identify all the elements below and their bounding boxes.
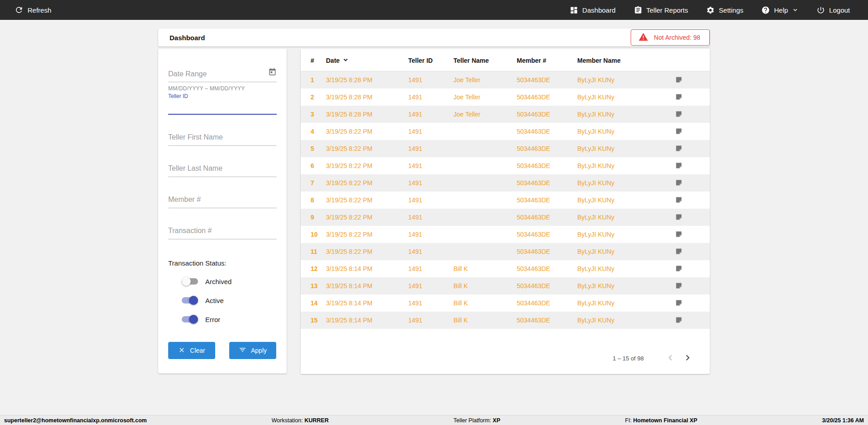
member-number-input[interactable] <box>168 196 277 204</box>
col-header-member-name[interactable]: Member Name <box>574 49 671 71</box>
error-switch[interactable] <box>182 315 198 324</box>
table-row[interactable]: 113/19/25 8:22 PM14915034463DEByLyJI KUN… <box>301 243 710 260</box>
sort-descending-icon <box>342 56 349 65</box>
cell-note[interactable] <box>671 140 710 157</box>
nav-teller-reports[interactable]: Teller Reports <box>634 6 689 14</box>
cell-teller-id: 1491 <box>405 157 450 174</box>
table-row[interactable]: 133/19/25 8:14 PM1491Bill K5034463DEByLy… <box>301 277 710 294</box>
cell-member-name: ByLyJI KUNy <box>574 140 671 157</box>
nav-logout[interactable]: Logout <box>816 6 850 14</box>
nav-dashboard[interactable]: Dashboard <box>570 6 615 14</box>
toggle-active[interactable]: Active <box>182 296 277 305</box>
table-row[interactable]: 93/19/25 8:22 PM14915034463DEByLyJI KUNy <box>301 209 710 226</box>
cell-note[interactable] <box>671 312 710 329</box>
member-number-field[interactable] <box>168 196 277 208</box>
note-icon[interactable] <box>675 179 706 187</box>
teller-first-name-field[interactable] <box>168 133 277 146</box>
cell-note[interactable] <box>671 106 710 123</box>
refresh-button[interactable]: Refresh <box>14 5 52 14</box>
teller-last-name-field[interactable] <box>168 164 277 177</box>
table-row[interactable]: 123/19/25 8:14 PM1491Bill K5034463DEByLy… <box>301 260 710 277</box>
table-row[interactable]: 83/19/25 8:22 PM14915034463DEByLyJI KUNy <box>301 191 710 209</box>
nav-settings[interactable]: Settings <box>706 6 743 14</box>
col-header-teller-name[interactable]: Teller Name <box>450 49 513 71</box>
date-range-input[interactable] <box>168 70 268 78</box>
calendar-icon[interactable] <box>268 68 277 78</box>
transactions-table-card: # Date Teller ID Teller Name Member # Me… <box>301 49 710 374</box>
note-icon[interactable] <box>675 265 706 272</box>
col-header-date[interactable]: Date <box>322 49 405 71</box>
note-icon[interactable] <box>675 230 706 238</box>
table-row[interactable]: 153/19/25 8:14 PM1491Bill K5034463DEByLy… <box>301 312 710 329</box>
note-icon[interactable] <box>675 196 706 204</box>
date-range-field[interactable] <box>168 68 277 82</box>
cell-note[interactable] <box>671 89 710 106</box>
active-switch[interactable] <box>182 296 198 305</box>
toggle-error[interactable]: Error <box>182 315 277 324</box>
cell-date: 3/19/25 8:22 PM <box>322 123 405 140</box>
top-navbar: Refresh Dashboard Teller Reports Setting… <box>0 0 868 20</box>
note-icon[interactable] <box>675 93 706 101</box>
cell-member-name: ByLyJI KUNy <box>574 123 671 140</box>
clear-button[interactable]: Clear <box>168 342 215 359</box>
cell-note[interactable] <box>671 71 710 89</box>
note-icon[interactable] <box>675 299 706 307</box>
note-icon[interactable] <box>675 248 706 255</box>
note-icon[interactable] <box>675 127 706 135</box>
table-row[interactable]: 43/19/25 8:22 PM14915034463DEByLyJI KUNy <box>301 123 710 140</box>
archived-switch[interactable] <box>182 277 198 286</box>
col-header-number: # <box>301 49 322 71</box>
cell-member-name: ByLyJI KUNy <box>574 243 671 260</box>
table-row[interactable]: 13/19/25 8:28 PM1491Joe Teller5034463DEB… <box>301 71 710 89</box>
note-icon[interactable] <box>675 162 706 169</box>
table-row[interactable]: 103/19/25 8:22 PM14915034463DEByLyJI KUN… <box>301 226 710 243</box>
cell-note[interactable] <box>671 191 710 209</box>
transaction-number-input[interactable] <box>168 227 277 235</box>
cell-note[interactable] <box>671 174 710 191</box>
note-icon[interactable] <box>675 110 706 118</box>
note-icon[interactable] <box>675 282 706 290</box>
previous-page-button[interactable] <box>662 353 679 364</box>
col-header-notes <box>671 49 710 71</box>
transaction-number-field[interactable] <box>168 227 277 239</box>
teller-first-name-input[interactable] <box>168 133 277 141</box>
platform-value: XP <box>493 417 500 424</box>
cell-row-number: 11 <box>301 243 322 260</box>
note-icon[interactable] <box>675 145 706 152</box>
cell-note[interactable] <box>671 277 710 294</box>
cell-note[interactable] <box>671 157 710 174</box>
table-row[interactable]: 143/19/25 8:14 PM1491Bill K5034463DEByLy… <box>301 294 710 312</box>
apply-button[interactable]: Apply <box>229 342 276 359</box>
table-row[interactable]: 23/19/25 8:28 PM1491Joe Teller5034463DEB… <box>301 89 710 106</box>
cell-date: 3/19/25 8:14 PM <box>322 294 405 312</box>
toggle-archived[interactable]: Archived <box>182 277 277 286</box>
active-toggle-label: Active <box>205 297 224 304</box>
chevron-left-icon <box>665 357 675 364</box>
cell-note[interactable] <box>671 123 710 140</box>
cell-note[interactable] <box>671 243 710 260</box>
cell-date: 3/19/25 8:14 PM <box>322 312 405 329</box>
table-row[interactable]: 33/19/25 8:28 PM1491Joe Teller5034463DEB… <box>301 106 710 123</box>
filter-list-icon <box>239 346 246 355</box>
cell-note[interactable] <box>671 260 710 277</box>
help-icon <box>761 6 770 14</box>
col-header-teller-id[interactable]: Teller ID <box>405 49 450 71</box>
teller-id-label: Teller ID <box>168 93 277 99</box>
table-row[interactable]: 63/19/25 8:22 PM14915034463DEByLyJI KUNy <box>301 157 710 174</box>
note-icon[interactable] <box>675 213 706 221</box>
not-archived-badge[interactable]: Not Archived: 98 <box>631 29 710 46</box>
cell-note[interactable] <box>671 226 710 243</box>
teller-id-input[interactable] <box>168 101 277 115</box>
teller-last-name-input[interactable] <box>168 164 277 173</box>
nav-help[interactable]: Help <box>761 6 798 14</box>
cell-row-number: 1 <box>301 71 322 89</box>
note-icon[interactable] <box>675 316 706 324</box>
cell-note[interactable] <box>671 294 710 312</box>
table-row[interactable]: 53/19/25 8:22 PM14915034463DEByLyJI KUNy <box>301 140 710 157</box>
refresh-icon <box>14 5 24 14</box>
note-icon[interactable] <box>675 76 706 84</box>
next-page-button[interactable] <box>679 353 696 364</box>
cell-note[interactable] <box>671 209 710 226</box>
table-row[interactable]: 73/19/25 8:22 PM14915034463DEByLyJI KUNy <box>301 174 710 191</box>
col-header-member-number[interactable]: Member # <box>513 49 574 71</box>
